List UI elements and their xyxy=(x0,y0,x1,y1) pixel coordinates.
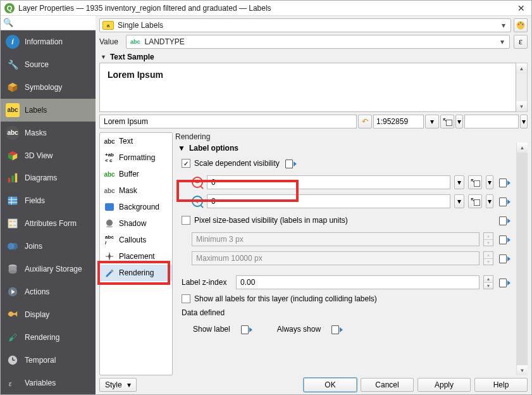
tab-buffer[interactable]: abc Buffer xyxy=(100,166,172,182)
tab-callouts[interactable]: abc/ Callouts xyxy=(100,232,172,248)
color-preview[interactable] xyxy=(464,115,519,129)
svg-point-31 xyxy=(520,22,521,23)
apply-button[interactable]: Apply xyxy=(418,378,471,392)
scroll-up-icon[interactable]: ▲ xyxy=(517,142,528,153)
sample-text-input[interactable]: Lorem Ipsum xyxy=(99,115,357,129)
sample-scrollbar[interactable]: ▲ ▼ xyxy=(516,63,528,112)
app-icon: Q xyxy=(4,3,15,13)
scroll-down-icon[interactable]: ▼ xyxy=(517,365,528,375)
zindex-input[interactable]: 0.00 xyxy=(236,275,479,289)
joins-icon xyxy=(6,239,20,253)
min-scale-picker[interactable] xyxy=(468,175,482,189)
help-button[interactable]: Help xyxy=(474,378,528,392)
ok-button[interactable]: OK xyxy=(304,378,357,392)
label-options-title: Label options xyxy=(189,144,238,153)
scale-visibility-checkbox[interactable] xyxy=(182,159,190,168)
min-scale-dd[interactable]: ▾ xyxy=(454,175,464,189)
symbology-icon xyxy=(6,80,20,94)
search-icon: 🔍 xyxy=(1,18,16,27)
max-px-override-button[interactable] xyxy=(497,251,511,265)
scroll-up-icon[interactable]: ▲ xyxy=(516,63,527,73)
always-show-override-button[interactable] xyxy=(330,322,343,336)
sidebar-item-variables[interactable]: ε Variables xyxy=(1,372,96,394)
style-menu-button[interactable]: Style ▾ xyxy=(99,378,137,392)
max-scale-dd[interactable]: ▾ xyxy=(454,194,464,208)
tab-label: Mask xyxy=(119,186,137,195)
tab-background[interactable]: Background xyxy=(100,199,172,215)
sidebar-item-rendering[interactable]: Rendering xyxy=(1,326,96,349)
sidebar-item-label: Information xyxy=(25,37,90,46)
sidebar-item-labels[interactable]: abc Labels xyxy=(1,99,96,122)
sidebar-item-actions[interactable]: Actions xyxy=(1,280,96,303)
override-icon xyxy=(241,325,251,334)
sidebar-item-3dview[interactable]: 3D View xyxy=(1,144,96,167)
text-sample-preview: Lorem Ipsum xyxy=(99,63,516,112)
zindex-override-button[interactable] xyxy=(497,275,511,289)
svg-rect-7 xyxy=(11,176,14,183)
sidebar-item-information[interactable]: i Information xyxy=(1,30,96,53)
sidebar-item-display[interactable]: Display xyxy=(1,303,96,326)
max-scale-picker-dd[interactable]: ▾ xyxy=(486,194,493,208)
sidebar-item-temporal[interactable]: Temporal xyxy=(1,349,96,372)
formatting-icon: +ab< c xyxy=(104,153,115,162)
color-dd-button[interactable]: ▾ xyxy=(520,115,528,129)
sidebar-item-label: Display xyxy=(25,310,90,319)
text-sample-header[interactable]: ▼ Text Sample xyxy=(96,51,531,63)
tab-formatting[interactable]: +ab< c Formatting xyxy=(100,149,172,166)
sidebar-item-auxiliary-storage[interactable]: Auxiliary Storage xyxy=(1,258,96,280)
show-label-override-button[interactable] xyxy=(239,322,253,336)
sidebar-item-joins[interactable]: Joins xyxy=(1,235,96,258)
scroll-down-icon[interactable]: ▼ xyxy=(516,101,527,111)
max-scale-input[interactable]: 0 xyxy=(207,194,450,208)
render-scrollbar[interactable]: ▲ ▼ xyxy=(516,142,528,375)
show-all-labels-checkbox[interactable] xyxy=(182,294,190,303)
cancel-button[interactable]: Cancel xyxy=(361,378,414,392)
max-scale-picker[interactable] xyxy=(468,194,482,208)
svg-point-30 xyxy=(518,23,519,25)
value-field-combo[interactable]: abc LANDTYPE ▾ xyxy=(126,35,510,49)
tab-shadow[interactable]: Shadow xyxy=(100,215,172,232)
scale-dropdown-button[interactable]: ▾ xyxy=(425,115,439,129)
picker-icon xyxy=(442,117,452,126)
zoom-out-icon: − xyxy=(192,177,203,188)
sidebar-search[interactable]: 🔍 ⨯ xyxy=(1,16,96,30)
sidebar-item-fields[interactable]: Fields xyxy=(1,189,96,212)
tab-placement[interactable]: Placement xyxy=(100,248,172,265)
close-button[interactable]: ✕ xyxy=(515,3,528,13)
svg-point-34 xyxy=(106,220,113,226)
min-px-override-button[interactable] xyxy=(497,232,511,246)
sidebar-item-symbology[interactable]: Symbology xyxy=(1,76,96,99)
sidebar-item-attributes-form[interactable]: Attributes Form xyxy=(1,212,96,235)
pixel-visibility-checkbox[interactable] xyxy=(182,216,190,225)
tab-rendering[interactable]: Rendering xyxy=(100,265,172,281)
info-icon: i xyxy=(6,35,20,49)
label-settings-button[interactable] xyxy=(514,18,528,32)
cube3d-icon xyxy=(6,149,20,163)
sidebar-item-masks[interactable]: abc Masks xyxy=(1,122,96,144)
scale-input[interactable]: 1:952859 xyxy=(373,115,424,129)
expression-button[interactable]: ε xyxy=(514,35,528,49)
scale-visibility-override-button[interactable] xyxy=(283,156,297,170)
text-icon: abc xyxy=(104,137,115,146)
picker-icon xyxy=(470,178,480,187)
pixel-visibility-override-button[interactable] xyxy=(497,213,511,227)
tab-text[interactable]: abc Text xyxy=(100,133,172,149)
min-px-input: Minimum 3 px xyxy=(192,232,479,246)
abc-icon: abc xyxy=(129,38,142,46)
sidebar-item-source[interactable]: Source xyxy=(1,53,96,76)
min-scale-input[interactable]: 0 xyxy=(207,175,450,189)
sidebar-item-diagrams[interactable]: Diagrams xyxy=(1,166,96,189)
zindex-spinner[interactable]: ▲▼ xyxy=(483,275,493,289)
label-mode-combo[interactable]: a Single Labels ▾ xyxy=(99,18,511,32)
max-scale-override-button[interactable] xyxy=(497,194,511,208)
tab-mask[interactable]: abc Mask xyxy=(100,182,172,199)
window-title: Layer Properties — 1935 inventory_region… xyxy=(18,4,515,13)
sidebar-item-label: Diagrams xyxy=(25,173,90,182)
min-scale-override-button[interactable] xyxy=(497,175,511,189)
map-picker-button[interactable] xyxy=(440,115,454,129)
label-options-header[interactable]: ▼ Label options xyxy=(175,142,515,154)
min-scale-picker-dd[interactable]: ▾ xyxy=(486,175,493,189)
picker-dd-button[interactable]: ▾ xyxy=(455,115,463,129)
reset-sample-button[interactable]: ↶ xyxy=(358,115,372,129)
triangle-down-icon: ▼ xyxy=(101,54,106,60)
